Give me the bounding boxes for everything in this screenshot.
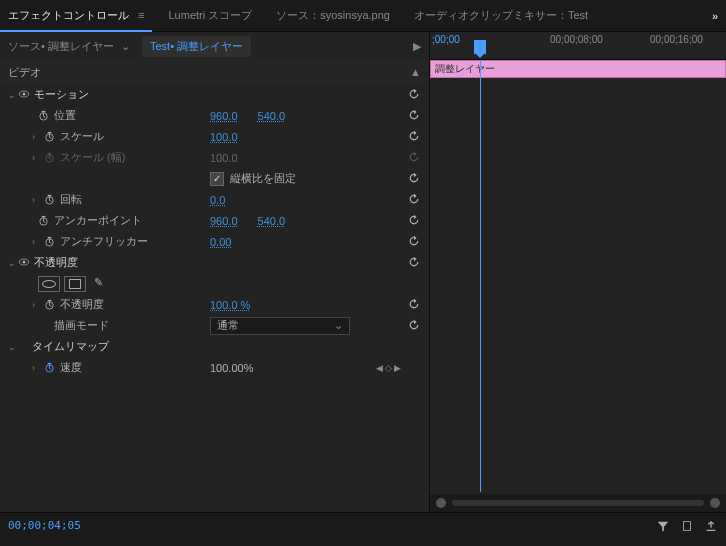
mask-pen-icon[interactable]: ✎ — [94, 276, 103, 292]
position-y-value[interactable]: 540.0 — [258, 110, 286, 122]
svg-rect-9 — [47, 195, 51, 196]
fx-time-remap[interactable]: ⌄ タイムリマップ — [0, 336, 429, 357]
twisty-icon[interactable]: › — [32, 237, 42, 247]
twisty-icon: › — [32, 153, 42, 163]
prop-scale: › スケール 100.0 — [0, 126, 429, 147]
reset-icon[interactable] — [407, 255, 421, 271]
prev-keyframe-icon[interactable]: ◀ — [376, 363, 383, 373]
scale-width-value: 100.0 — [210, 152, 238, 164]
scroll-handle-right[interactable] — [710, 498, 720, 508]
sequence-clip-tab[interactable]: Test• 調整レイヤー — [142, 36, 251, 57]
twisty-icon[interactable]: ⌄ — [8, 342, 18, 352]
stopwatch-icon[interactable] — [42, 193, 56, 207]
keyframe-nav[interactable]: ◀ ◇ ▶ — [376, 363, 401, 373]
reset-icon[interactable] — [407, 318, 421, 334]
tab-effect-controls[interactable]: エフェクトコントロール ≡ — [8, 8, 144, 23]
svg-point-15 — [23, 260, 26, 263]
anchor-y-value[interactable]: 540.0 — [258, 215, 286, 227]
timeline-clip[interactable]: 調整レイヤー — [430, 60, 726, 78]
properties-pane: ソース• 調整レイヤー ⌄ Test• 調整レイヤー ▶ ビデオ ▲ ⌄ モーシ… — [0, 32, 430, 512]
twisty-icon[interactable]: ⌄ — [8, 90, 18, 100]
stopwatch-icon[interactable] — [42, 130, 56, 144]
eye-icon[interactable] — [18, 88, 30, 102]
lock-aspect-checkbox[interactable]: ✓ — [210, 172, 224, 186]
chevron-down-icon: ⌄ — [334, 319, 343, 332]
svg-rect-7 — [47, 153, 51, 154]
svg-rect-17 — [47, 300, 51, 301]
twisty-icon[interactable]: › — [32, 300, 42, 310]
scale-value[interactable]: 100.0 — [210, 131, 238, 143]
prop-position: 位置 960.0 540.0 — [0, 105, 429, 126]
twisty-icon[interactable]: › — [32, 363, 42, 373]
current-timecode[interactable]: 00;00;04;05 — [8, 519, 81, 532]
stopwatch-icon — [42, 151, 56, 165]
reset-icon[interactable] — [407, 213, 421, 229]
svg-rect-11 — [41, 216, 45, 217]
mask-rect-button[interactable] — [64, 276, 86, 292]
opacity-value[interactable]: 100.0 % — [210, 299, 250, 311]
stopwatch-icon[interactable] — [42, 361, 56, 375]
antiflicker-value[interactable]: 0.00 — [210, 236, 231, 248]
svg-point-1 — [23, 92, 26, 95]
reset-icon[interactable] — [407, 234, 421, 250]
fx-motion[interactable]: ⌄ モーション — [0, 84, 429, 105]
timeline-pane: ;00;00 00;00;08;00 00;00;16;00 調整レイヤー — [430, 32, 726, 512]
reset-icon[interactable] — [407, 108, 421, 124]
mask-shape-row: ✎ — [0, 273, 429, 294]
twisty-icon[interactable]: ⌄ — [8, 258, 18, 268]
tab-source[interactable]: ソース：syosinsya.png — [276, 8, 390, 23]
playhead[interactable] — [474, 40, 486, 54]
prop-lock-aspect: ✓ 縦横比を固定 — [0, 168, 429, 189]
collapse-icon[interactable]: ▲ — [410, 66, 421, 78]
reset-icon[interactable] — [407, 192, 421, 208]
reset-icon — [407, 150, 421, 166]
anchor-x-value[interactable]: 960.0 — [210, 215, 238, 227]
playhead-line — [480, 60, 481, 492]
time-ruler[interactable]: ;00;00 00;00;08;00 00;00;16;00 — [430, 32, 726, 60]
position-x-value[interactable]: 960.0 — [210, 110, 238, 122]
tab-label: エフェクトコントロール — [8, 9, 129, 21]
play-icon[interactable]: ▶ — [413, 40, 421, 53]
rotation-value[interactable]: 0.0 — [210, 194, 225, 206]
stopwatch-icon[interactable] — [42, 298, 56, 312]
svg-rect-19 — [47, 363, 51, 364]
stopwatch-icon[interactable] — [36, 109, 50, 123]
add-keyframe-icon[interactable]: ◇ — [385, 363, 392, 373]
reset-icon[interactable] — [407, 297, 421, 313]
next-keyframe-icon[interactable]: ▶ — [394, 363, 401, 373]
prop-scale-width: › スケール (幅) 100.0 — [0, 147, 429, 168]
mask-ellipse-button[interactable] — [38, 276, 60, 292]
svg-rect-20 — [684, 521, 691, 530]
stopwatch-icon[interactable] — [42, 235, 56, 249]
tab-lumetri-scopes[interactable]: Lumetri スコープ — [168, 8, 252, 23]
reset-icon[interactable] — [407, 129, 421, 145]
prop-opacity: › 不透明度 100.0 % — [0, 294, 429, 315]
chevron-down-icon[interactable]: ⌄ — [121, 40, 130, 52]
svg-rect-13 — [47, 237, 51, 238]
reset-icon[interactable] — [407, 171, 421, 187]
scroll-handle-left[interactable] — [436, 498, 446, 508]
fx-opacity[interactable]: ⌄ 不透明度 — [0, 252, 429, 273]
panel-menu-icon[interactable]: ≡ — [138, 9, 144, 21]
horizontal-scrollbar[interactable] — [430, 494, 726, 512]
twisty-icon[interactable]: › — [32, 195, 42, 205]
export-icon[interactable] — [704, 519, 718, 533]
svg-rect-5 — [47, 132, 51, 133]
eye-icon[interactable] — [18, 256, 30, 270]
marker-icon[interactable] — [680, 519, 694, 533]
source-clip-tab[interactable]: ソース• 調整レイヤー ⌄ — [8, 39, 130, 54]
overflow-button[interactable]: » — [712, 10, 718, 22]
prop-anchor-point: アンカーポイント 960.0 540.0 — [0, 210, 429, 231]
twisty-icon[interactable]: › — [32, 132, 42, 142]
blend-mode-select[interactable]: 通常 ⌄ — [210, 317, 350, 335]
tab-audio-mixer[interactable]: オーディオクリップミキサー：Test — [414, 8, 588, 23]
prop-blend-mode: 描画モード 通常 ⌄ — [0, 315, 429, 336]
stopwatch-icon[interactable] — [36, 214, 50, 228]
svg-rect-3 — [41, 111, 45, 112]
filter-icon[interactable] — [656, 519, 670, 533]
reset-icon[interactable] — [407, 87, 421, 103]
video-section-header[interactable]: ビデオ ▲ — [0, 60, 429, 84]
prop-speed: › 速度 100.00% ◀ ◇ ▶ — [0, 357, 429, 378]
speed-value: 100.00% — [210, 362, 253, 374]
scroll-track[interactable] — [452, 500, 704, 506]
